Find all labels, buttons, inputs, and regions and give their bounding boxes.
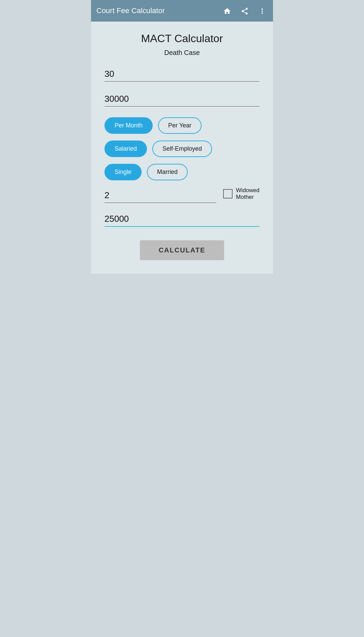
more-options-button[interactable] — [257, 5, 268, 17]
age-field-group — [104, 67, 260, 82]
share-button[interactable] — [239, 5, 250, 17]
married-button[interactable]: Married — [147, 164, 188, 180]
self-employed-button[interactable]: Self-Employed — [152, 141, 212, 157]
home-button[interactable] — [222, 5, 233, 17]
income-input[interactable] — [104, 92, 260, 107]
marital-status-toggle: Single Married — [104, 164, 260, 180]
main-title: MACT Calculator — [104, 30, 260, 45]
calculate-button-wrap: CALCULATE — [104, 240, 260, 260]
per-month-button[interactable]: Per Month — [104, 117, 153, 134]
sub-title: Death Case — [104, 49, 260, 57]
salaried-button[interactable]: Salaried — [104, 141, 147, 157]
widowed-mother-checkbox[interactable] — [223, 189, 233, 199]
per-year-button[interactable]: Per Year — [158, 117, 202, 134]
share-icon — [241, 7, 249, 15]
single-button[interactable]: Single — [104, 164, 142, 180]
income-period-toggle: Per Month Per Year — [104, 117, 260, 134]
dependants-row: WidowedMother — [104, 187, 260, 203]
main-content: MACT Calculator Death Case Per Month Per… — [91, 22, 273, 274]
income-field-group — [104, 92, 260, 107]
employment-type-toggle: Salaried Self-Employed — [104, 141, 260, 157]
app-bar: Court Fee Calculator — [91, 0, 273, 22]
funeral-expenses-field-group — [104, 212, 260, 227]
funeral-expenses-input[interactable] — [104, 212, 260, 227]
home-icon — [223, 7, 231, 15]
app-bar-title: Court Fee Calculator — [96, 6, 222, 15]
more-vertical-icon — [258, 7, 266, 15]
dependants-field-group — [104, 189, 216, 203]
age-input[interactable] — [104, 67, 260, 82]
widowed-mother-label: WidowedMother — [236, 187, 260, 201]
app-bar-icons — [222, 5, 268, 17]
dependants-input[interactable] — [104, 189, 216, 203]
widowed-mother-group: WidowedMother — [223, 187, 260, 203]
calculate-button[interactable]: CALCULATE — [140, 240, 224, 260]
